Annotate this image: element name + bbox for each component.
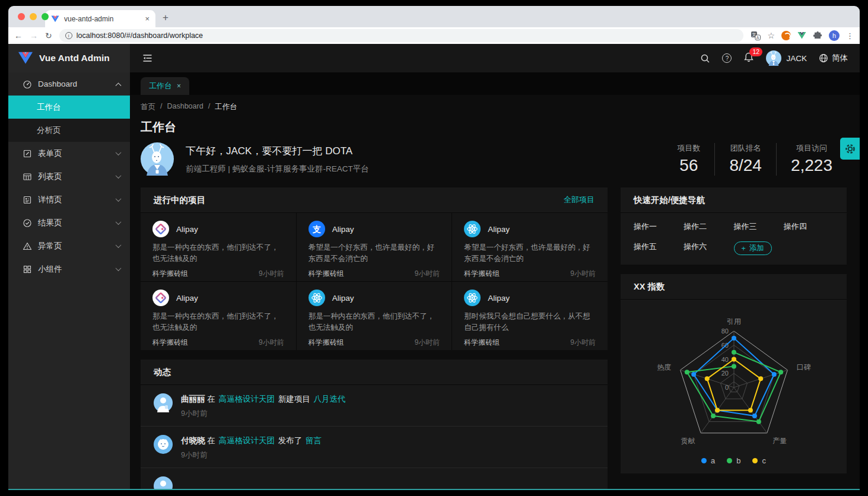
all-projects-link[interactable]: 全部项目	[564, 195, 594, 205]
project-desc: 那是一种内在的东西，他们到达不了，也无法触及的	[309, 311, 440, 333]
sidebar-item-result[interactable]: 结果页	[8, 211, 130, 234]
sidebar-item-list[interactable]: 列表页	[8, 165, 130, 188]
activity-avatar	[154, 435, 173, 454]
browser-tab[interactable]: vue-antd-admin ×	[45, 10, 155, 27]
project-name[interactable]: Alipay	[332, 225, 354, 234]
window-controls[interactable]	[18, 13, 49, 20]
project-card[interactable]: 支 Alipay 希望是一个好东西，也许是最好的，好东西是不会消亡的 科学搬砖组…	[297, 213, 452, 281]
legend-item[interactable]: b	[727, 456, 740, 465]
activity-target-link[interactable]: 八月迭代	[314, 395, 346, 403]
legend-item[interactable]: a	[701, 456, 715, 465]
quick-nav-link[interactable]: 操作三	[734, 221, 784, 232]
activity-item	[141, 468, 608, 489]
activity-avatar	[154, 476, 173, 489]
svg-text:60: 60	[721, 342, 728, 349]
activity-user[interactable]: 曲丽丽	[181, 395, 205, 403]
bookmark-star-icon[interactable]: ☆	[767, 31, 775, 40]
notification-bell[interactable]: 12	[743, 52, 754, 65]
breadcrumb-home[interactable]: 首页	[141, 102, 155, 112]
project-card[interactable]: Alipay 希望是一个好东西，也许是最好的，好东西是不会消亡的 科学搬砖组 9…	[452, 213, 608, 281]
maximize-window-button[interactable]	[42, 13, 49, 20]
extension-orange-icon[interactable]	[781, 31, 791, 40]
settings-button[interactable]	[840, 138, 860, 160]
project-name[interactable]: Alipay	[176, 294, 198, 303]
tab-close-icon[interactable]: ×	[177, 82, 181, 90]
svg-text:引用: 引用	[727, 317, 741, 326]
language-switcher[interactable]: 简体	[819, 53, 848, 63]
page-title: 工作台	[141, 119, 847, 135]
user-menu[interactable]: JACK	[766, 50, 807, 66]
legend-dot	[701, 458, 707, 463]
browser-profile-avatar[interactable]: h	[829, 30, 840, 41]
sidebar-item-form[interactable]: 表单页	[8, 142, 130, 165]
activity-item: 付晓晓 在 高逼格设计天团 发布了 留言 9小时前	[141, 426, 608, 468]
quick-nav-link[interactable]: 操作四	[784, 221, 834, 232]
project-name[interactable]: Alipay	[176, 225, 198, 234]
translate-icon[interactable]: 文 A	[751, 31, 761, 41]
activity-target-link[interactable]: 留言	[306, 436, 322, 445]
chart-legend: a b c	[621, 456, 847, 465]
table-icon	[23, 172, 32, 182]
project-name[interactable]: Alipay	[488, 225, 510, 234]
project-group[interactable]: 科学搬砖组	[309, 338, 344, 348]
project-name[interactable]: Alipay	[488, 294, 510, 303]
breadcrumb: 首页 / Dashboard / 工作台	[141, 102, 847, 112]
extensions-puzzle-icon[interactable]	[813, 31, 822, 40]
breadcrumb-current: 工作台	[215, 102, 237, 112]
sidebar-item-label: 异常页	[38, 241, 62, 252]
quick-nav-link[interactable]: 操作五	[634, 241, 683, 255]
menu-collapse-icon[interactable]	[142, 53, 153, 63]
reload-button[interactable]: ↻	[45, 31, 52, 40]
quick-nav-link[interactable]: 操作二	[683, 221, 733, 232]
projects-grid: Alipay 那是一种内在的东西，他们到达不了，也无法触及的 科学搬砖组 9小时…	[141, 213, 608, 350]
activity-team-link[interactable]: 高逼格设计天团	[219, 395, 275, 403]
sidebar-item-widgets[interactable]: 小组件	[8, 257, 130, 281]
breadcrumb-dashboard[interactable]: Dashboard	[167, 102, 203, 112]
project-name[interactable]: Alipay	[332, 294, 354, 303]
browser-window: vue-antd-admin × + ← → ↻ i localhost:808…	[8, 6, 860, 490]
help-icon[interactable]: ?	[722, 53, 732, 63]
quick-nav-link[interactable]: 操作六	[683, 241, 733, 255]
tab-close-icon[interactable]: ×	[145, 14, 150, 23]
project-card[interactable]: Alipay 那是一种内在的东西，他们到达不了，也无法触及的 科学搬砖组 9小时…	[141, 213, 296, 281]
react-logo-icon	[464, 290, 481, 306]
activity-list: 曲丽丽 在 高逼格设计天团 新建项目 八月迭代 9小时前	[141, 385, 608, 489]
quick-nav-link[interactable]: 操作一	[634, 221, 683, 232]
project-card[interactable]: Alipay 那是一种内在的东西，他们到达不了，也无法触及的 科学搬砖组 9小时…	[297, 282, 452, 350]
sidebar-item-workplace[interactable]: 工作台	[8, 96, 130, 119]
back-button[interactable]: ←	[14, 31, 23, 40]
forward-button[interactable]: →	[30, 31, 38, 40]
minimize-window-button[interactable]	[30, 13, 37, 20]
new-tab-button[interactable]: +	[163, 12, 168, 24]
address-bar: ← → ↻ i localhost:8080/#/dashboard/workp…	[8, 27, 860, 44]
search-icon[interactable]	[700, 53, 710, 63]
activity-team-link[interactable]: 高逼格设计天团	[219, 436, 275, 445]
user-name: JACK	[786, 54, 807, 63]
profile-icon	[23, 195, 32, 205]
add-button[interactable]: + 添加	[734, 241, 772, 255]
sidebar-item-label: 结果页	[38, 218, 62, 228]
project-group[interactable]: 科学搬砖组	[152, 338, 188, 348]
project-group[interactable]: 科学搬砖组	[464, 269, 500, 279]
chevron-down-icon	[116, 150, 122, 155]
project-group[interactable]: 科学搬砖组	[464, 338, 500, 348]
project-card[interactable]: Alipay 那是一种内在的东西，他们到达不了，也无法触及的 科学搬砖组 9小时…	[141, 282, 296, 350]
sidebar-item-analysis[interactable]: 分析页	[8, 119, 130, 142]
project-group[interactable]: 科学搬砖组	[152, 269, 188, 279]
react-logo-icon	[309, 290, 325, 306]
close-window-button[interactable]	[18, 13, 25, 20]
legend-item[interactable]: c	[752, 456, 766, 465]
app-logo[interactable]: Vue Antd Admin	[8, 44, 130, 72]
project-group[interactable]: 科学搬砖组	[309, 269, 344, 279]
activity-user[interactable]: 付晓晓	[181, 436, 205, 445]
sidebar-item-detail[interactable]: 详情页	[8, 188, 130, 211]
tab-workplace[interactable]: 工作台 ×	[141, 77, 189, 95]
appstore-icon	[23, 265, 32, 274]
sidebar-item-exception[interactable]: 异常页	[8, 234, 130, 257]
site-info-icon[interactable]: i	[65, 32, 72, 39]
vue-extension-icon[interactable]	[797, 31, 806, 40]
sidebar-item-dashboard[interactable]: Dashboard	[8, 72, 130, 96]
url-field[interactable]: i localhost:8080/#/dashboard/workplace	[59, 29, 744, 42]
browser-menu-icon[interactable]: ⋮	[846, 31, 854, 40]
project-card[interactable]: Alipay 那时候我只会想自己想要什么，从不想自己拥有什么 科学搬砖组 9小时…	[452, 282, 608, 350]
